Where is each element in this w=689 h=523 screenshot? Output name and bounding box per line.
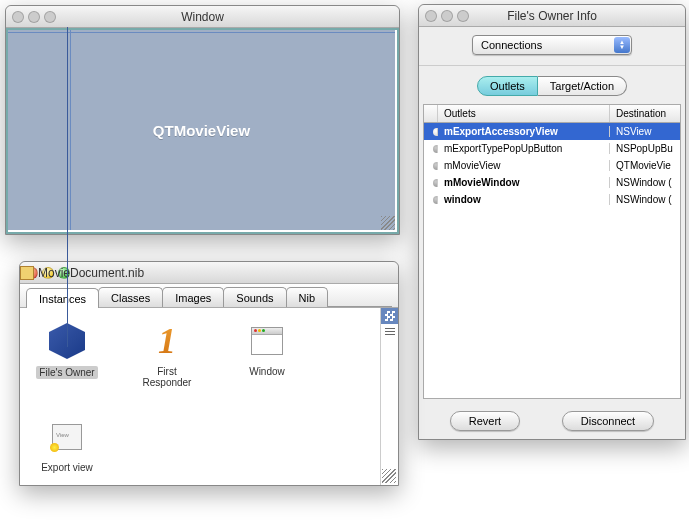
tab-nib[interactable]: Nib: [286, 287, 329, 307]
zoom-icon[interactable]: [44, 11, 56, 23]
outlet-destination: NSView: [610, 126, 680, 137]
outlet-destination: NSPopUpBu: [610, 143, 680, 154]
traffic-lights: [26, 267, 70, 279]
titlebar[interactable]: MovieDocument.nib: [20, 262, 398, 284]
nib-content: File's Owner 1 First Responder Window Ex…: [20, 308, 398, 485]
resize-handle-icon[interactable]: [381, 216, 395, 230]
outlet-name: mExportTypePopUpButton: [438, 143, 610, 154]
outlet-name: window: [438, 194, 610, 205]
segment-target-action[interactable]: Target/Action: [538, 76, 627, 96]
zoom-icon[interactable]: [457, 10, 469, 22]
window-title: MovieDocument.nib: [20, 266, 398, 280]
window-content: QTMovieView: [6, 28, 399, 234]
first-responder-icon: 1: [158, 320, 176, 362]
tab-sounds[interactable]: Sounds: [223, 287, 286, 307]
outlet-destination: NSWindow (: [610, 194, 680, 205]
traffic-lights: [12, 11, 56, 23]
icon-area[interactable]: File's Owner 1 First Responder Window Ex…: [20, 308, 380, 485]
col-destination[interactable]: Destination: [610, 105, 680, 122]
window-icon: [251, 327, 283, 355]
view-label: QTMovieView: [153, 122, 250, 139]
tab-classes[interactable]: Classes: [98, 287, 163, 307]
tab-bar: Instances Classes Images Sounds Nib: [20, 284, 398, 308]
export-view-item[interactable]: Export view: [32, 416, 102, 473]
traffic-lights: [425, 10, 469, 22]
outlet-name: mMovieWindow: [438, 177, 610, 188]
close-icon[interactable]: [425, 10, 437, 22]
minimize-icon[interactable]: [28, 11, 40, 23]
icon-view-button[interactable]: [381, 308, 398, 324]
zoom-icon[interactable]: [58, 267, 70, 279]
titlebar[interactable]: Window: [6, 6, 399, 28]
list-view-button[interactable]: [381, 324, 398, 340]
minimize-icon[interactable]: [441, 10, 453, 22]
pane-popup[interactable]: Connections ▲▼: [472, 35, 632, 55]
separator: [419, 65, 685, 66]
outlet-destination: NSWindow (: [610, 177, 680, 188]
table-row[interactable]: mExportTypePopUpButtonNSPopUpBu: [424, 140, 680, 157]
close-icon[interactable]: [12, 11, 24, 23]
tab-instances[interactable]: Instances: [26, 288, 99, 308]
col-outlets[interactable]: Outlets: [438, 105, 610, 122]
segmented-control: Outlets Target/Action: [477, 76, 627, 96]
resize-handle-icon[interactable]: [382, 469, 396, 483]
outlet-name: mExportAccessoryView: [438, 126, 610, 137]
guide-vertical: [70, 30, 71, 230]
view-icon: [52, 424, 82, 450]
inspector-window: File's Owner Info Connections ▲▼ Outlets…: [418, 4, 686, 440]
close-icon[interactable]: [26, 267, 38, 279]
nib-window: MovieDocument.nib Instances Classes Imag…: [19, 261, 399, 486]
outlets-table: Outlets Destination mExportAccessoryView…: [423, 104, 681, 399]
outlet-destination: QTMovieVie: [610, 160, 680, 171]
table-body[interactable]: mExportAccessoryViewNSViewmExportTypePop…: [423, 123, 681, 399]
revert-button[interactable]: Revert: [450, 411, 520, 431]
table-header: Outlets Destination: [423, 104, 681, 123]
table-row[interactable]: mExportAccessoryViewNSView: [424, 123, 680, 140]
window-title: Window: [6, 10, 399, 24]
table-row[interactable]: mMovieWindowNSWindow (: [424, 174, 680, 191]
grid-icon: [385, 311, 395, 321]
col-status[interactable]: [424, 105, 438, 122]
table-row[interactable]: windowNSWindow (: [424, 191, 680, 208]
view-switcher: [380, 308, 398, 485]
titlebar[interactable]: File's Owner Info: [419, 5, 685, 27]
segment-row: Outlets Target/Action: [419, 72, 685, 104]
disconnect-button[interactable]: Disconnect: [562, 411, 654, 431]
tab-images[interactable]: Images: [162, 287, 224, 307]
outlet-name: mMovieView: [438, 160, 610, 171]
table-row[interactable]: mMovieViewQTMovieVie: [424, 157, 680, 174]
segment-outlets[interactable]: Outlets: [477, 76, 538, 96]
button-row: Revert Disconnect: [419, 411, 685, 431]
first-responder-item[interactable]: 1 First Responder: [132, 320, 202, 388]
window-item[interactable]: Window: [232, 320, 302, 388]
movie-window: Window QTMovieView: [5, 5, 400, 235]
minimize-icon[interactable]: [42, 267, 54, 279]
popup-arrows-icon: ▲▼: [614, 37, 630, 53]
popup-row: Connections ▲▼: [419, 27, 685, 63]
list-icon: [385, 328, 395, 336]
connection-line: [67, 27, 68, 347]
